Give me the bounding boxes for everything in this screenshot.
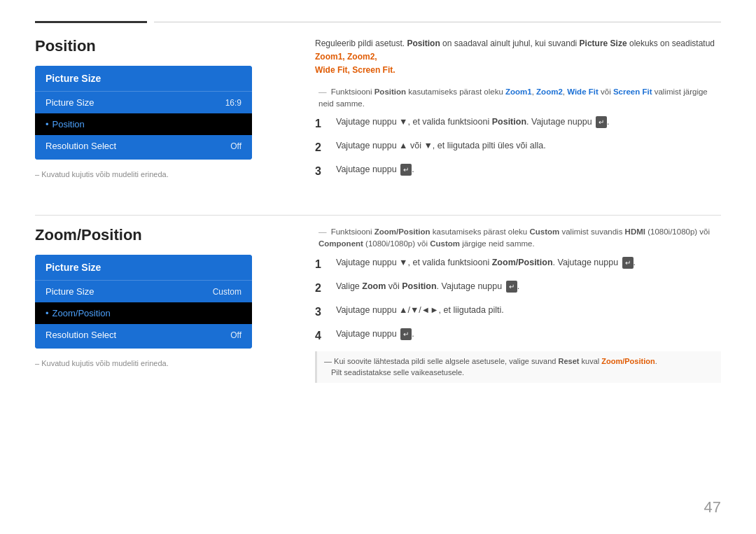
section1-intro: Reguleerib pildi asetust. Position on sa… [315,37,721,78]
section1-left: Position Picture Size Picture Size 16:9 … [35,37,280,187]
section2-right: — Funktsiooni Zoom/Position kasutamiseks… [280,226,721,383]
section1-bullet: • [46,119,49,129]
step2-2: Valige Zoom või Position. Vajutage nuppu… [315,280,721,297]
enter-icon-5: ↵ [400,328,412,340]
section1-right: Reguleerib pildi asetust. Position on sa… [280,37,721,187]
section2-row1-label: Picture Size [46,286,94,297]
section2-row2-label: • Zoom/Position [46,308,111,318]
section2-row3: Resolution Select Off [35,324,252,349]
step1-2: Vajutage nuppu ▲ või ▼, et liigutada pil… [315,139,721,156]
section2-row2: • Zoom/Position [35,302,252,324]
enter-icon-1: ↵ [596,116,607,128]
section2-row2-text: Zoom/Position [52,308,111,318]
top-line-light [154,22,721,22]
section1-row3-label: Resolution Select [46,141,116,151]
enter-icon-3: ↵ [622,257,634,269]
section1-row3-value: Off [230,141,241,151]
section1-steps: Vajutage nuppu ▼, et valida funktsiooni … [315,115,721,180]
main-content: Position Picture Size Picture Size 16:9 … [35,37,721,513]
section2-row1-value: Custom [213,287,241,297]
section1-row1: Picture Size 16:9 [35,92,252,113]
section2-caption: – Kuvatud kujutis võib mudeliti erineda. [35,359,280,367]
step2-1: Vajutage nuppu ▼, et valida funktsiooni … [315,256,721,273]
intro-bold-widefit: Wide Fit, Screen Fit. [315,65,396,75]
top-line-dark [35,21,147,23]
intro-bold-picturesize: Picture Size [580,38,627,48]
step1-3: Vajutage nuppu ↵. [315,163,721,180]
section2-title: Zoom/Position [35,226,280,244]
step2-3: Vajutage nuppu ▲/▼/◄►, et liigutada pilt… [315,304,721,321]
section2-row3-value: Off [230,330,241,340]
section1-row2-label: • Position [46,119,85,129]
warning-text2: Pilt seadistatakse selle vaikeasetusele. [324,367,714,379]
step2-2-text: Valige Zoom või Position. Vajutage nuppu… [336,280,519,297]
intro-bold-position: Position [407,38,440,48]
section2-note1: — Funktsiooni Zoom/Position kasutamiseks… [315,226,721,251]
section2-steps: Vajutage nuppu ▼, et valida funktsiooni … [315,256,721,344]
section1-row2-text: Position [52,119,85,129]
section1-row3: Resolution Select Off [35,135,252,160]
section1-header: Picture Size [35,66,252,92]
step1-1: Vajutage nuppu ▼, et valida funktsiooni … [315,115,721,132]
page-container: Position Picture Size Picture Size 16:9 … [0,0,756,534]
intro-bold-zoom: Zoom1, Zoom2, [315,52,377,62]
intro-text-2: on saadaval ainult juhul, kui suvandi [442,38,579,48]
step2-3-text: Vajutage nuppu ▲/▼/◄►, et liigutada pilt… [336,304,504,321]
section2-header: Picture Size [35,255,252,281]
section2-warning: — Kui soovite lähtestada pildi selle alg… [315,351,721,383]
intro-text-1: Reguleerib pildi asetust. [315,38,407,48]
section1-row1-value: 16:9 [225,98,241,108]
enter-icon-2: ↵ [400,164,412,176]
section1-row1-label: Picture Size [46,97,94,108]
section1-note: — Funktsiooni Position kasutamiseks pära… [315,86,721,111]
section2-row3-label: Resolution Select [46,330,116,340]
section2-left: Zoom/Position Picture Size Picture Size … [35,226,280,383]
top-rule [35,21,721,23]
step2-4: Vajutage nuppu ↵. [315,328,721,344]
page-number: 47 [704,498,721,517]
intro-text-3: olekuks on seadistatud [629,38,715,48]
section1-picture-box: Picture Size Picture Size 16:9 • Positio… [35,66,252,160]
section1-caption: – Kuvatud kujutis võib mudeliti erineda. [35,170,280,178]
section2-picture-box: Picture Size Picture Size Custom • Zoom/… [35,255,252,349]
enter-icon-4: ↵ [506,281,517,293]
section1-row2: • Position [35,113,252,135]
step1-3-text: Vajutage nuppu ↵. [336,163,414,180]
section2-bullet: • [46,308,49,318]
step1-2-text: Vajutage nuppu ▲ või ▼, et liigutada pil… [336,139,546,156]
section1-title: Position [35,37,280,55]
step2-1-text: Vajutage nuppu ▼, et valida funktsiooni … [336,256,636,273]
section-position: Position Picture Size Picture Size 16:9 … [35,37,721,187]
step1-1-text: Vajutage nuppu ▼, et valida funktsiooni … [336,115,610,132]
section-divider [35,215,721,216]
step2-4-text: Vajutage nuppu ↵. [336,328,414,344]
section-zoom-position: Zoom/Position Picture Size Picture Size … [35,226,721,383]
section2-row1: Picture Size Custom [35,281,252,302]
warning-text1: — Kui soovite lähtestada pildi selle alg… [324,356,714,367]
